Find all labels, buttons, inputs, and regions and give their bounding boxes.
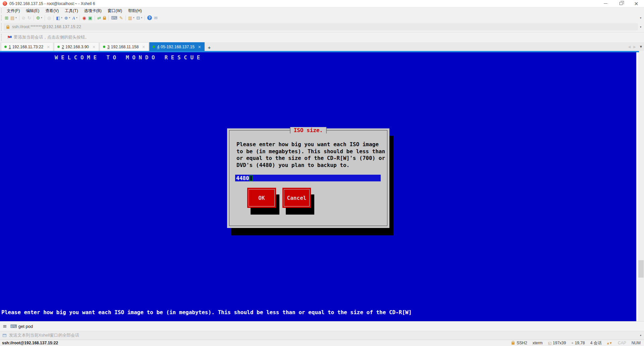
open-session-button[interactable]: ▤▾	[9, 14, 18, 21]
tab-nav-controls: ◀ ▶ ▼	[627, 42, 642, 51]
color-scheme-button[interactable]: ◧▾	[55, 14, 63, 21]
connected-dot-icon	[153, 46, 155, 48]
menu-file[interactable]: 文件(F)	[4, 7, 23, 14]
tab-session-2[interactable]: 2 192.168.3.90 ×	[54, 42, 99, 51]
status-right-cluster: SSH2 xterm ◱197x39 ⌖19,78 4 会话 ▲▼ CAP NU…	[506, 340, 641, 346]
tab-number: 4	[157, 45, 159, 49]
toolbar-separator	[125, 15, 126, 20]
cursor-position-icon: ⌖	[571, 341, 573, 345]
menu-help[interactable]: 帮助(H)	[125, 7, 145, 14]
highlight-button[interactable]: ✎	[118, 14, 124, 21]
minimize-button[interactable]	[598, 0, 613, 7]
tab-session-3[interactable]: 3 192.168.11.158 ×	[100, 42, 149, 51]
iso-size-input[interactable]: 4480	[235, 175, 381, 181]
send-text-input[interactable]: 发送文本到当前Xshell窗口的全部会话	[9, 333, 79, 338]
layout-icon: ⊟	[137, 16, 140, 20]
toolbar-separator	[79, 15, 80, 20]
help-icon: ?	[147, 15, 152, 20]
file-transfer-button[interactable]: ▥▾	[127, 14, 136, 21]
xftp-button[interactable]: ▣	[87, 14, 93, 21]
find-button[interactable]: ◎	[46, 14, 52, 21]
menu-tools[interactable]: 工具(T)	[62, 7, 81, 14]
tab-label: 05-192.168.137.15	[161, 45, 195, 49]
web-button[interactable]: ⊕▾	[63, 14, 71, 21]
title-bar: 05-192.168.137.15 - root@localhost:~ - X…	[0, 0, 644, 7]
virtual-keyboard-button[interactable]: ⌨	[110, 14, 118, 21]
message-button[interactable]: ✉	[153, 14, 159, 21]
fullscreen-button[interactable]: ⇄	[96, 14, 102, 21]
minimize-icon	[604, 3, 607, 4]
terminal-screen[interactable]: W E L C O M E T O M O N D O R E S C U E …	[0, 52, 644, 321]
restore-icon	[620, 2, 623, 5]
toolbar: ⊞ ▤▾ ⊘ ↻ ⚙▾ ◎ ◧▾ ⊕▾ A▾ ◉ ▣ ⇄ ⌨ ✎ ▥▾ ⊟▾ ?…	[0, 14, 644, 21]
xshell-session-button[interactable]: ◉	[81, 14, 87, 21]
caps-lock-indicator: CAP	[618, 341, 626, 345]
status-session-count: 4 会话	[590, 340, 602, 346]
keyboard-icon: ⌨	[10, 324, 17, 329]
chevron-down-icon: ▾	[15, 16, 17, 19]
font-button[interactable]: A▾	[71, 14, 78, 21]
web-icon: ⊕	[64, 16, 68, 20]
dialog-body-text: Please enter how big you want each ISO i…	[236, 141, 385, 169]
window-title: 05-192.168.137.15 - root@localhost:~ - X…	[9, 1, 95, 6]
menu-edit[interactable]: 编辑(E)	[23, 7, 42, 14]
help-button[interactable]: ?	[146, 14, 153, 21]
reconnect-button[interactable]: ↻	[26, 14, 32, 21]
close-button[interactable]: ×	[629, 0, 644, 7]
message-icon: ✉	[154, 16, 158, 20]
address-dropdown-button[interactable]: ▾	[640, 25, 641, 28]
flag-icon[interactable]: ⚑	[7, 35, 11, 40]
layout-button[interactable]: ⊟▾	[136, 14, 143, 21]
tab-close-icon[interactable]: ×	[198, 45, 201, 49]
connected-dot-icon	[57, 46, 60, 48]
tab-scroll-right-icon[interactable]: ▶	[633, 45, 636, 49]
toolbar-separator	[53, 15, 54, 20]
tab-close-icon[interactable]: ×	[92, 45, 96, 49]
address-field[interactable]: ssh://root:*******@192.168.137.15:22	[4, 23, 638, 31]
tab-list-dropdown-button[interactable]: ▼	[640, 45, 642, 48]
tab-session-4-active[interactable]: 4 05-192.168.137.15 ×	[149, 42, 205, 51]
chevron-down-icon: ▾	[41, 16, 42, 19]
restore-button[interactable]	[613, 0, 629, 7]
font-icon: A	[72, 16, 75, 20]
session-up-down-icons[interactable]: ▲▼	[607, 342, 612, 345]
toolbar-separator	[145, 15, 145, 20]
xftp-icon: ▣	[88, 16, 92, 20]
menu-view[interactable]: 查看(V)	[42, 7, 62, 14]
tab-close-icon[interactable]: ×	[47, 45, 50, 49]
disconnect-button[interactable]: ⊘	[21, 14, 26, 21]
chevron-down-icon: ▾	[133, 16, 135, 19]
tab-close-icon[interactable]: ×	[142, 45, 145, 49]
tab-scroll-left-icon[interactable]: ◀	[628, 45, 631, 49]
menu-tab[interactable]: 选项卡(B)	[81, 7, 105, 14]
send-window-icon	[3, 334, 6, 337]
lock-keyboard-button[interactable]	[102, 14, 107, 21]
status-cursor-position: ⌖19,78	[571, 341, 585, 345]
quick-command-bar: ≡ ⌨ get pod	[0, 321, 644, 331]
num-lock-indicator: NUM	[632, 341, 641, 345]
address-gripper[interactable]	[1, 23, 2, 31]
new-tab-button[interactable]: +	[206, 44, 213, 51]
terminal-prompt-line: Please enter how big you want each ISO i…	[1, 309, 412, 315]
terminal-scrollbar[interactable]	[638, 52, 644, 321]
tab-number: 3	[107, 45, 110, 49]
xshell-logo-icon	[3, 1, 7, 6]
send-text-dropdown-button[interactable]: ▾	[640, 334, 641, 337]
file-transfer-icon: ▥	[128, 16, 132, 20]
quick-command-button[interactable]: get pod	[18, 324, 33, 329]
new-session-button[interactable]: ⊞	[4, 14, 9, 21]
chevron-down-icon: ▾	[61, 16, 62, 19]
ok-button[interactable]: OK	[247, 188, 276, 208]
session-properties-button[interactable]: ⚙▾	[35, 14, 43, 21]
menu-gripper[interactable]	[1, 8, 2, 13]
scrollbar-thumb[interactable]	[638, 260, 644, 278]
cancel-button[interactable]: Cancel	[282, 188, 311, 208]
iso-size-input-value: 4480	[236, 175, 249, 181]
hamburger-menu-icon[interactable]: ≡	[3, 323, 7, 329]
menu-window[interactable]: 窗口(W)	[105, 7, 125, 14]
toolbar-overflow-button[interactable]: ▾	[640, 16, 641, 19]
toolbar-gripper[interactable]	[1, 15, 2, 20]
tab-label: 192.168.11.158	[111, 45, 139, 49]
status-protocol: SSH2	[517, 341, 527, 345]
tab-session-1[interactable]: 1 192.168.11.73:22 ×	[1, 42, 53, 51]
